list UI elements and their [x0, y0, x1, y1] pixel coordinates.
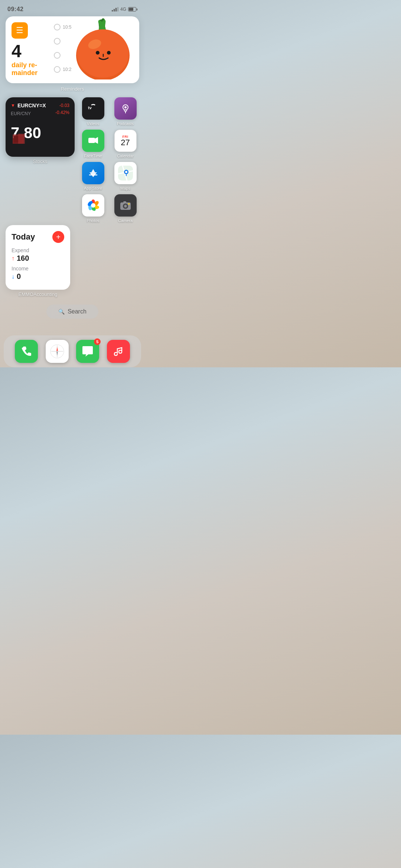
status-icons: 4G: [112, 7, 137, 12]
svg-point-29: [91, 203, 95, 208]
podcasts-label: Podcasts: [117, 121, 134, 126]
emmo-expend-amount: 160: [17, 254, 29, 263]
status-time: 09:42: [7, 6, 23, 13]
appstore-label: App Store: [84, 186, 102, 191]
emmo-header: Today +: [12, 231, 64, 243]
svg-point-33: [124, 205, 127, 207]
apps-row-2: FaceTime FRI 27 Calendar: [79, 130, 139, 158]
apps-row-3: App Store: [79, 162, 139, 191]
app-appstore[interactable]: App Store: [79, 162, 107, 191]
app-maps[interactable]: Maps: [111, 162, 139, 191]
dock-safari[interactable]: [46, 340, 69, 363]
emmo-expend-value: ↑ 160: [12, 254, 64, 263]
tomato-illustration: [69, 16, 139, 83]
app-camera[interactable]: Camera: [111, 194, 139, 223]
emmo-row: Today + Expend ↑ 160 Income ↓ 0: [6, 225, 139, 297]
app-photos[interactable]: Photos: [79, 194, 107, 223]
svg-point-35: [128, 203, 130, 205]
stocks-chart: [11, 131, 40, 146]
reminder-circle-3: [54, 52, 61, 59]
search-label: Search: [68, 308, 87, 315]
appletv-icon: tv: [82, 97, 104, 120]
dock-music[interactable]: [107, 340, 130, 363]
calendar-icon: FRI 27: [114, 130, 137, 152]
stocks-name-row: EUR/CNY -0.42%: [11, 110, 69, 117]
stocks-change: -0.03: [59, 103, 69, 108]
emmo-right-spacer: [75, 225, 139, 297]
photos-icon: [82, 194, 104, 217]
right-apps: tv Videos: [79, 97, 139, 223]
appletv-label: Videos: [87, 121, 99, 126]
stocks-label: Stocks: [6, 159, 75, 164]
svg-rect-34: [123, 201, 126, 203]
reminders-icon: ☰: [12, 22, 28, 39]
stocks-header: ▼ EURCNY=X -0.03: [11, 103, 69, 108]
status-bar: 09:42 4G: [0, 0, 145, 16]
app-calendar[interactable]: FRI 27 Calendar: [111, 130, 139, 158]
svg-marker-19: [95, 137, 98, 144]
emmo-title: Today: [12, 232, 35, 242]
reminders-widget[interactable]: ☰ 4 daily re-mainder 10:5 10:2: [6, 16, 139, 83]
dock-safari-wrapper: [46, 340, 69, 363]
maps-icon: [114, 162, 137, 184]
search-bar: 🔍 Search: [6, 305, 139, 319]
svg-rect-13: [18, 134, 25, 144]
dock: 5: [4, 335, 141, 367]
emmo-income-amount: 0: [17, 272, 21, 281]
dock-phone[interactable]: [15, 340, 38, 363]
svg-rect-18: [88, 138, 95, 143]
emmo-income-row: Income ↓ 0: [12, 266, 64, 281]
emmo-income-value: ↓ 0: [12, 272, 64, 281]
dock-messages-wrapper: 5: [76, 340, 99, 363]
stocks-change-pct: -0.42%: [55, 110, 69, 115]
svg-point-9: [107, 51, 111, 55]
emmo-down-arrow: ↓: [12, 273, 14, 280]
reminder-circle-1: [54, 24, 61, 30]
podcasts-icon: [114, 97, 137, 120]
network-type: 4G: [120, 7, 126, 12]
reminder-circle-2: [54, 38, 61, 45]
camera-label: Camera: [118, 218, 133, 223]
search-icon: 🔍: [58, 309, 65, 315]
messages-badge: 5: [94, 338, 101, 345]
svg-text:tv: tv: [88, 105, 92, 110]
photos-label: Photos: [87, 218, 99, 223]
reminder-circle-4: [54, 66, 61, 73]
app-podcasts[interactable]: Podcasts: [111, 97, 139, 126]
facetime-label: FaceTime: [84, 154, 102, 158]
calendar-day-number: 27: [121, 139, 130, 147]
maps-label: Maps: [120, 186, 130, 191]
svg-point-22: [125, 171, 127, 173]
calendar-label: Calendar: [117, 154, 134, 158]
emmo-up-arrow: ↑: [12, 255, 14, 262]
camera-icon: [114, 194, 137, 217]
battery-icon: [128, 7, 137, 12]
emmo-label: EMMOAccounting: [6, 292, 70, 297]
emmo-widget-container: Today + Expend ↑ 160 Income ↓ 0: [6, 225, 70, 297]
stocks-down-arrow: ▼: [11, 103, 15, 108]
reminders-widget-label: Reminders: [6, 86, 139, 92]
emmo-plus-button[interactable]: +: [52, 231, 64, 243]
dock-music-wrapper: [107, 340, 130, 363]
stocks-widget-container: ▼ EURCNY=X -0.03 EUR/CNY -0.42% 7.80 Sto…: [6, 97, 75, 164]
svg-point-6: [77, 29, 129, 78]
emmo-widget[interactable]: Today + Expend ↑ 160 Income ↓ 0: [6, 225, 70, 290]
home-screen: ☰ 4 daily re-mainder 10:5 10:2: [0, 16, 145, 335]
search-button[interactable]: 🔍 Search: [46, 305, 98, 319]
stocks-widget[interactable]: ▼ EURCNY=X -0.03 EUR/CNY -0.42% 7.80: [6, 97, 75, 157]
facetime-icon: [82, 130, 104, 152]
dock-phone-wrapper: [15, 340, 38, 363]
app-facetime[interactable]: FaceTime: [79, 130, 107, 158]
svg-point-16: [124, 106, 127, 108]
apps-row-1: tv Videos: [79, 97, 139, 126]
emmo-income-label: Income: [12, 266, 64, 272]
stocks-name: EUR/CNY: [11, 111, 31, 116]
apps-row-4: Photos Camera: [79, 194, 139, 223]
app-videos[interactable]: tv Videos: [79, 97, 107, 126]
emmo-expend-row: Expend ↑ 160: [12, 247, 64, 263]
emmo-expend-label: Expend: [12, 247, 64, 253]
stocks-symbol: EURCNY=X: [17, 103, 46, 108]
svg-point-8: [96, 51, 100, 55]
signal-icon: [112, 7, 118, 12]
appstore-icon: [82, 162, 104, 184]
